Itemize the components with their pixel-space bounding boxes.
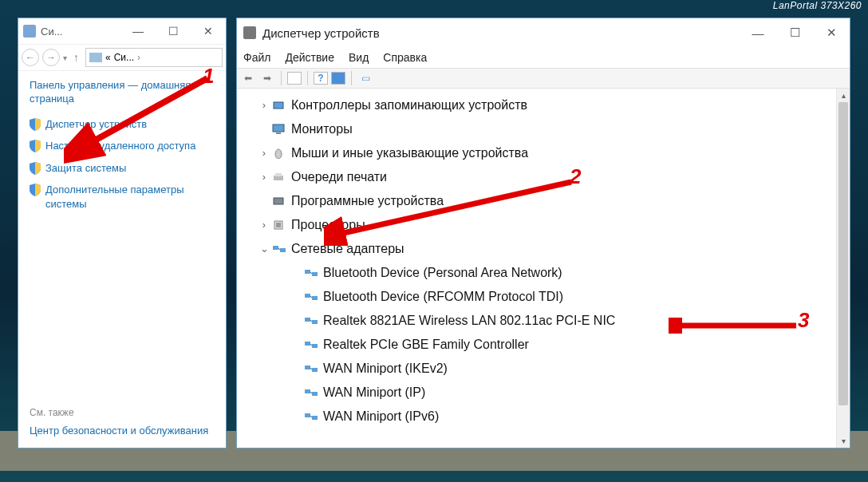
link-label: Дополнительные параметры системы — [45, 183, 215, 211]
watermark-text: LanPortal 373X260 — [0, 0, 868, 13]
loc-prefix: « — [105, 52, 111, 63]
tree-category[interactable]: ›Очереди печати — [240, 165, 846, 189]
svg-rect-5 — [275, 173, 282, 176]
system-icon — [23, 25, 36, 38]
back-button[interactable]: ← — [22, 49, 39, 66]
address-bar[interactable]: « Си... › — [85, 48, 223, 67]
tree-category[interactable]: ›Процессоры — [240, 213, 846, 237]
svg-rect-24 — [305, 365, 310, 369]
computer-icon — [89, 53, 102, 62]
back-button[interactable]: ⬅ — [240, 70, 256, 86]
net-icon — [304, 267, 318, 279]
menu-file[interactable]: Файл — [243, 51, 270, 64]
svg-rect-25 — [312, 368, 318, 372]
svg-rect-6 — [274, 198, 283, 204]
titlebar[interactable]: Диспетчер устройств — ☐ ✕ — [237, 18, 850, 47]
svg-rect-15 — [305, 294, 310, 298]
scroll-down-button[interactable]: ▾ — [837, 434, 850, 448]
menu-help[interactable]: Справка — [383, 51, 427, 64]
device-manager-icon — [243, 26, 256, 39]
cpu-icon — [272, 219, 286, 231]
security-center-link[interactable]: Центр безопасности и обслуживания — [30, 425, 215, 438]
maximize-button[interactable]: ☐ — [776, 21, 813, 45]
tree-label: Процессоры — [291, 214, 365, 236]
expand-icon[interactable]: › — [256, 166, 272, 188]
tree-device[interactable]: Bluetooth Device (RFCOMM Protocol TDI) — [240, 285, 846, 309]
svg-rect-30 — [305, 413, 310, 417]
monitor-icon — [272, 123, 286, 136]
chevron-right-icon: › — [137, 52, 140, 63]
forward-button[interactable]: → — [42, 49, 60, 66]
tree-device[interactable]: Realtek PCIe GBE Family Controller — [240, 333, 846, 357]
history-dropdown[interactable]: ▾ — [63, 53, 67, 62]
menu-view[interactable]: Вид — [349, 51, 369, 64]
shield-icon — [30, 140, 41, 152]
link-label: Защита системы — [45, 161, 126, 176]
svg-rect-1 — [273, 124, 284, 132]
board-icon — [272, 195, 286, 207]
svg-rect-19 — [312, 320, 318, 324]
vertical-scrollbar[interactable]: ▴ ▾ — [836, 89, 850, 448]
shield-icon — [30, 162, 41, 175]
system-link-1[interactable]: Настройка удаленного доступа — [30, 139, 215, 153]
expand-icon[interactable]: › — [256, 142, 272, 164]
tree-category[interactable]: Мониторы — [240, 117, 846, 141]
svg-rect-2 — [276, 132, 281, 134]
tree-category[interactable]: ›Контроллеры запоминающих устройств — [240, 93, 846, 117]
up-button[interactable]: ↑ — [70, 51, 82, 64]
minimize-button[interactable]: — — [120, 19, 156, 43]
svg-line-32 — [310, 416, 312, 417]
tree-label: WAN Miniport (IP) — [323, 381, 425, 404]
scan-button[interactable]: ▭ — [357, 70, 373, 86]
system-link-2[interactable]: Защита системы — [30, 161, 215, 176]
menu-action[interactable]: Действие — [285, 51, 334, 64]
tree-category[interactable]: ›Мыши и иные указывающие устройства — [240, 141, 846, 165]
maximize-button[interactable]: ☐ — [156, 19, 191, 43]
tree-label: Bluetooth Device (RFCOMM Protocol TDI) — [323, 286, 563, 308]
svg-rect-21 — [305, 342, 310, 346]
window-title: Диспетчер устройств — [262, 26, 380, 40]
tree-label: Bluetooth Device (Personal Area Network) — [323, 262, 562, 284]
system-link-3[interactable]: Дополнительные параметры системы — [30, 183, 215, 211]
expand-icon[interactable]: › — [256, 214, 272, 236]
tree-label: Очереди печати — [291, 166, 387, 188]
minimize-button[interactable]: — — [740, 21, 776, 45]
svg-rect-13 — [312, 272, 318, 276]
system-link-0[interactable]: Диспетчер устройств — [30, 117, 215, 132]
tree-device[interactable]: WAN Miniport (IP) — [240, 381, 846, 405]
titlebar[interactable]: Си... — ☐ ✕ — [18, 18, 226, 44]
loc-text: Си... — [114, 52, 134, 63]
tree-device[interactable]: WAN Miniport (IKEv2) — [240, 357, 846, 381]
properties-button[interactable] — [331, 72, 345, 85]
tree-category[interactable]: Программные устройства — [240, 189, 846, 213]
scroll-up-button[interactable]: ▴ — [837, 89, 850, 102]
show-hidden-button[interactable] — [287, 72, 302, 85]
svg-point-3 — [275, 149, 282, 159]
shield-icon — [30, 184, 41, 196]
svg-line-29 — [310, 392, 312, 393]
svg-rect-12 — [305, 270, 310, 274]
tree-device[interactable]: WAN Miniport (IPv6) — [240, 405, 846, 429]
svg-rect-22 — [312, 344, 318, 348]
tree-category[interactable]: ⌄Сетевые адаптеры — [240, 237, 846, 261]
scroll-thumb[interactable] — [838, 102, 848, 405]
svg-rect-28 — [312, 392, 318, 396]
svg-rect-16 — [312, 296, 318, 300]
tree-device[interactable]: Realtek 8821AE Wireless LAN 802.11ac PCI… — [240, 309, 846, 333]
expand-icon[interactable]: › — [256, 94, 272, 117]
svg-rect-8 — [276, 223, 281, 227]
close-button[interactable]: ✕ — [813, 21, 850, 45]
tree-label: Контроллеры запоминающих устройств — [291, 94, 527, 117]
svg-line-14 — [310, 272, 312, 274]
tree-device[interactable]: Bluetooth Device (Personal Area Network) — [240, 261, 846, 285]
control-panel-home-link[interactable]: Панель управления — домашняя страница — [30, 79, 215, 106]
close-button[interactable]: ✕ — [191, 19, 226, 43]
tree-label: Realtek PCIe GBE Family Controller — [323, 334, 529, 356]
expand-icon[interactable]: ⌄ — [256, 238, 272, 260]
tree-label: Мониторы — [291, 118, 353, 140]
svg-rect-10 — [280, 248, 286, 252]
help-button[interactable]: ? — [314, 72, 328, 85]
net-icon — [304, 338, 318, 351]
forward-button[interactable]: ➡ — [259, 70, 275, 86]
net-icon — [304, 386, 318, 399]
